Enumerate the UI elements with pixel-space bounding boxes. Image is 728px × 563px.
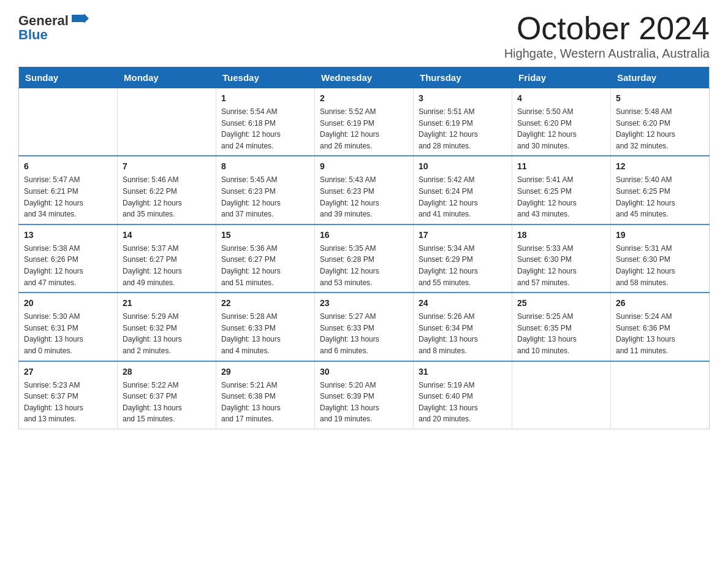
day-info: Sunrise: 5:38 AMSunset: 6:26 PMDaylight:… <box>24 243 112 288</box>
page-header: General Blue October 2024 Highgate, West… <box>18 12 710 61</box>
day-info: Sunrise: 5:24 AMSunset: 6:36 PMDaylight:… <box>616 311 704 356</box>
calendar-week-row: 1Sunrise: 5:54 AMSunset: 6:18 PMDaylight… <box>19 88 710 156</box>
day-info: Sunrise: 5:34 AMSunset: 6:29 PMDaylight:… <box>419 243 507 288</box>
day-info: Sunrise: 5:54 AMSunset: 6:18 PMDaylight:… <box>221 106 309 151</box>
day-number: 27 <box>24 366 112 378</box>
calendar-cell: 12Sunrise: 5:40 AMSunset: 6:25 PMDayligh… <box>611 156 710 224</box>
day-number: 14 <box>123 229 211 242</box>
calendar-cell: 23Sunrise: 5:27 AMSunset: 6:33 PMDayligh… <box>315 293 414 361</box>
title-block: October 2024 Highgate, Western Australia… <box>504 12 710 61</box>
calendar-header-saturday: Saturday <box>611 67 710 88</box>
calendar-cell: 22Sunrise: 5:28 AMSunset: 6:33 PMDayligh… <box>216 293 315 361</box>
day-number: 20 <box>24 297 112 310</box>
day-number: 29 <box>221 366 309 378</box>
day-info: Sunrise: 5:29 AMSunset: 6:32 PMDaylight:… <box>123 311 211 356</box>
day-number: 6 <box>24 160 112 173</box>
calendar-header-sunday: Sunday <box>19 67 118 88</box>
day-info: Sunrise: 5:37 AMSunset: 6:27 PMDaylight:… <box>123 243 211 288</box>
calendar-header-row: SundayMondayTuesdayWednesdayThursdayFrid… <box>19 67 710 88</box>
day-info: Sunrise: 5:51 AMSunset: 6:19 PMDaylight:… <box>419 106 507 151</box>
calendar-cell: 2Sunrise: 5:52 AMSunset: 6:19 PMDaylight… <box>315 88 414 156</box>
calendar-cell: 13Sunrise: 5:38 AMSunset: 6:26 PMDayligh… <box>19 224 118 293</box>
day-number: 4 <box>517 92 605 105</box>
day-number: 10 <box>419 160 507 173</box>
logo-text-blue: Blue <box>18 27 48 43</box>
calendar-cell: 25Sunrise: 5:25 AMSunset: 6:35 PMDayligh… <box>512 293 611 361</box>
day-number: 28 <box>123 366 211 378</box>
day-number: 2 <box>320 92 408 105</box>
calendar-cell: 11Sunrise: 5:41 AMSunset: 6:25 PMDayligh… <box>512 156 611 224</box>
day-info: Sunrise: 5:43 AMSunset: 6:23 PMDaylight:… <box>320 174 408 220</box>
day-info: Sunrise: 5:45 AMSunset: 6:23 PMDaylight:… <box>221 174 309 220</box>
calendar-cell: 1Sunrise: 5:54 AMSunset: 6:18 PMDaylight… <box>216 88 315 156</box>
calendar-week-row: 27Sunrise: 5:23 AMSunset: 6:37 PMDayligh… <box>19 361 710 429</box>
calendar-cell: 29Sunrise: 5:21 AMSunset: 6:38 PMDayligh… <box>216 361 315 429</box>
day-number: 21 <box>123 297 211 310</box>
calendar-cell: 17Sunrise: 5:34 AMSunset: 6:29 PMDayligh… <box>414 224 512 293</box>
day-info: Sunrise: 5:47 AMSunset: 6:21 PMDaylight:… <box>24 174 112 220</box>
calendar-week-row: 20Sunrise: 5:30 AMSunset: 6:31 PMDayligh… <box>19 293 710 361</box>
day-number: 23 <box>320 297 408 310</box>
calendar-cell: 18Sunrise: 5:33 AMSunset: 6:30 PMDayligh… <box>512 224 611 293</box>
day-info: Sunrise: 5:33 AMSunset: 6:30 PMDaylight:… <box>517 243 605 288</box>
calendar-cell: 20Sunrise: 5:30 AMSunset: 6:31 PMDayligh… <box>19 293 118 361</box>
day-number: 3 <box>419 92 507 105</box>
calendar-cell: 8Sunrise: 5:45 AMSunset: 6:23 PMDaylight… <box>216 156 315 224</box>
calendar-cell: 16Sunrise: 5:35 AMSunset: 6:28 PMDayligh… <box>315 224 414 293</box>
day-info: Sunrise: 5:50 AMSunset: 6:20 PMDaylight:… <box>517 106 605 151</box>
day-info: Sunrise: 5:27 AMSunset: 6:33 PMDaylight:… <box>320 311 408 356</box>
calendar-cell: 24Sunrise: 5:26 AMSunset: 6:34 PMDayligh… <box>414 293 512 361</box>
svg-marker-0 <box>72 15 84 22</box>
calendar-cell: 27Sunrise: 5:23 AMSunset: 6:37 PMDayligh… <box>19 361 118 429</box>
calendar-cell <box>118 88 216 156</box>
calendar-cell: 15Sunrise: 5:36 AMSunset: 6:27 PMDayligh… <box>216 224 315 293</box>
day-number: 25 <box>517 297 605 310</box>
day-number: 1 <box>221 92 309 105</box>
day-number: 22 <box>221 297 309 310</box>
day-number: 19 <box>616 229 704 242</box>
month-title: October 2024 <box>504 12 710 44</box>
calendar-week-row: 13Sunrise: 5:38 AMSunset: 6:26 PMDayligh… <box>19 224 710 293</box>
calendar-cell: 3Sunrise: 5:51 AMSunset: 6:19 PMDaylight… <box>414 88 512 156</box>
calendar-cell: 30Sunrise: 5:20 AMSunset: 6:39 PMDayligh… <box>315 361 414 429</box>
calendar-cell: 4Sunrise: 5:50 AMSunset: 6:20 PMDaylight… <box>512 88 611 156</box>
day-number: 15 <box>221 229 309 242</box>
day-info: Sunrise: 5:42 AMSunset: 6:24 PMDaylight:… <box>419 174 507 220</box>
day-info: Sunrise: 5:46 AMSunset: 6:22 PMDaylight:… <box>123 174 211 220</box>
calendar-week-row: 6Sunrise: 5:47 AMSunset: 6:21 PMDaylight… <box>19 156 710 224</box>
calendar-cell: 10Sunrise: 5:42 AMSunset: 6:24 PMDayligh… <box>414 156 512 224</box>
calendar-header-friday: Friday <box>512 67 611 88</box>
calendar-cell: 19Sunrise: 5:31 AMSunset: 6:30 PMDayligh… <box>611 224 710 293</box>
day-number: 8 <box>221 160 309 173</box>
calendar-table: SundayMondayTuesdayWednesdayThursdayFrid… <box>18 67 710 429</box>
day-number: 24 <box>419 297 507 310</box>
day-info: Sunrise: 5:21 AMSunset: 6:38 PMDaylight:… <box>221 380 309 425</box>
day-info: Sunrise: 5:48 AMSunset: 6:20 PMDaylight:… <box>616 106 704 151</box>
calendar-cell <box>512 361 611 429</box>
calendar-cell: 9Sunrise: 5:43 AMSunset: 6:23 PMDaylight… <box>315 156 414 224</box>
calendar-cell: 28Sunrise: 5:22 AMSunset: 6:37 PMDayligh… <box>118 361 216 429</box>
day-info: Sunrise: 5:26 AMSunset: 6:34 PMDaylight:… <box>419 311 507 356</box>
calendar-cell: 26Sunrise: 5:24 AMSunset: 6:36 PMDayligh… <box>611 293 710 361</box>
day-number: 26 <box>616 297 704 310</box>
day-number: 17 <box>419 229 507 242</box>
day-info: Sunrise: 5:23 AMSunset: 6:37 PMDaylight:… <box>24 380 112 425</box>
day-info: Sunrise: 5:28 AMSunset: 6:33 PMDaylight:… <box>221 311 309 356</box>
svg-marker-1 <box>84 13 89 23</box>
day-number: 18 <box>517 229 605 242</box>
day-number: 7 <box>123 160 211 173</box>
day-number: 16 <box>320 229 408 242</box>
calendar-cell <box>19 88 118 156</box>
calendar-header-thursday: Thursday <box>414 67 512 88</box>
day-info: Sunrise: 5:36 AMSunset: 6:27 PMDaylight:… <box>221 243 309 288</box>
day-info: Sunrise: 5:20 AMSunset: 6:39 PMDaylight:… <box>320 380 408 425</box>
logo-icon <box>70 11 89 29</box>
day-number: 5 <box>616 92 704 105</box>
day-number: 13 <box>24 229 112 242</box>
calendar-cell: 31Sunrise: 5:19 AMSunset: 6:40 PMDayligh… <box>414 361 512 429</box>
day-info: Sunrise: 5:30 AMSunset: 6:31 PMDaylight:… <box>24 311 112 356</box>
calendar-header-monday: Monday <box>118 67 216 88</box>
day-info: Sunrise: 5:19 AMSunset: 6:40 PMDaylight:… <box>419 380 507 425</box>
day-number: 31 <box>419 366 507 378</box>
calendar-cell: 5Sunrise: 5:48 AMSunset: 6:20 PMDaylight… <box>611 88 710 156</box>
